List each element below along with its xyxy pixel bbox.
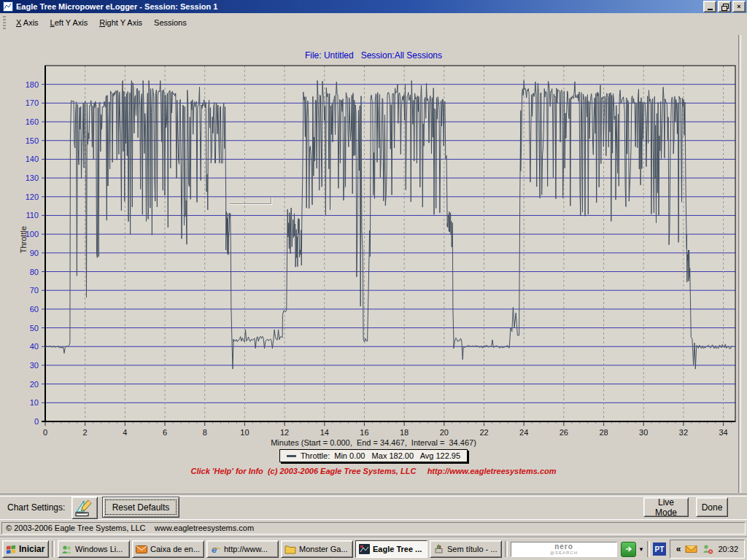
menu-bar: X AxisLeft Y AxisRight Y AxisSessions <box>0 13 747 32</box>
svg-text:20: 20 <box>440 428 449 437</box>
legend-box: Throttle: Min 0.00 Max 182.00 Avg 122.95 <box>279 449 468 462</box>
svg-text:30: 30 <box>30 361 39 370</box>
svg-text:34: 34 <box>719 428 727 437</box>
folder-icon <box>285 545 296 554</box>
taskbar-divider <box>505 541 508 557</box>
eagletree-icon <box>359 544 370 554</box>
svg-text:120: 120 <box>26 192 39 201</box>
svg-text:2: 2 <box>83 428 88 437</box>
paint-icon <box>433 544 444 554</box>
task-label: http://www... <box>224 545 268 553</box>
help-copyright-note: Click 'Help' for Info (c) 2003-2006 Eagl… <box>0 467 747 475</box>
svg-text:6: 6 <box>163 428 167 437</box>
svg-text:130: 130 <box>26 174 39 182</box>
windows-logo-icon <box>6 544 17 554</box>
nero-search-input[interactable]: nero @SEARCH <box>511 542 617 557</box>
menu-grip-handle[interactable] <box>3 16 6 29</box>
x-axis-caption: Minutes (Start = 0.000, End = 34.467, In… <box>0 438 747 447</box>
svg-text:32: 32 <box>679 428 688 437</box>
svg-text:18: 18 <box>400 428 409 437</box>
svg-text:12: 12 <box>280 428 289 437</box>
svg-text:30: 30 <box>639 428 648 437</box>
task-buttons: Windows Li...Caixa de en...ehttp://www..… <box>58 540 502 558</box>
taskbar-task-button[interactable]: Caixa de en... <box>132 540 204 558</box>
taskbar-task-button[interactable]: ehttp://www... <box>206 540 279 558</box>
new-mail-tray-icon[interactable] <box>685 545 697 553</box>
taskbar-task-button[interactable]: Windows Li... <box>58 540 130 558</box>
search-options-caret[interactable]: ▼ <box>638 546 644 553</box>
taskbar-divider <box>52 541 55 557</box>
taskbar-task-button[interactable]: Sem título - ... <box>430 540 502 558</box>
svg-text:70: 70 <box>30 286 39 295</box>
language-indicator[interactable]: PT <box>653 542 666 556</box>
menu-item-right-y-axis[interactable]: Right Y Axis <box>93 16 148 29</box>
tray-expand-chevron[interactable]: « <box>676 544 681 554</box>
task-label: Windows Li... <box>75 545 123 553</box>
minimize-icon <box>708 9 713 10</box>
taskbar-divider <box>647 541 650 557</box>
svg-text:50: 50 <box>30 324 39 332</box>
panel-edge-groove <box>738 35 741 493</box>
window-title: Eagle Tree Micropower eLogger - Session:… <box>16 2 702 11</box>
menu-item-left-y-axis[interactable]: Left Y Axis <box>44 16 94 29</box>
ie-icon: e <box>210 544 221 555</box>
restore-button[interactable] <box>718 1 731 12</box>
y-axis-label: Throttle <box>19 226 28 253</box>
legend-series-label: Throttle: <box>301 451 330 460</box>
done-button[interactable]: Done <box>696 497 728 517</box>
task-label: Monster Ga... <box>299 545 348 553</box>
status-bar: © 2003-2006 Eagle Tree Systems, LLC www.… <box>0 519 747 537</box>
task-label: Sem título - ... <box>447 545 497 553</box>
taskbar-task-button[interactable]: Eagle Tree ... <box>355 540 427 558</box>
status-text: © 2003-2006 Eagle Tree Systems, LLC www.… <box>1 522 746 534</box>
svg-text:e: e <box>212 544 217 555</box>
inbox-icon <box>136 545 147 553</box>
svg-text:140: 140 <box>26 155 39 163</box>
taskbar-task-button[interactable]: Monster Ga... <box>281 540 353 558</box>
title-bar: Eagle Tree Micropower eLogger - Session:… <box>0 0 747 13</box>
chart-settings-icon <box>74 499 95 518</box>
throttle-chart-plot[interactable]: 0102030405060708090100110120130140150160… <box>0 42 747 445</box>
messenger-offline-tray-icon[interactable] <box>702 544 713 554</box>
svg-text:80: 80 <box>30 268 39 276</box>
restore-icon <box>721 4 728 10</box>
svg-text:10: 10 <box>30 398 39 407</box>
menu-item-x-axis[interactable]: X Axis <box>10 16 44 29</box>
chart-settings-button[interactable] <box>71 497 98 519</box>
svg-text:0: 0 <box>34 417 39 426</box>
svg-text:0: 0 <box>43 428 47 437</box>
svg-text:8: 8 <box>203 428 207 437</box>
close-button[interactable]: × <box>732 1 746 12</box>
windows-taskbar: Iniciar Windows Li...Caixa de en...ehttp… <box>0 537 747 560</box>
svg-text:14: 14 <box>320 428 329 437</box>
app-icon <box>3 1 13 12</box>
close-icon: × <box>737 4 740 10</box>
svg-text:26: 26 <box>560 428 568 437</box>
start-label: Iniciar <box>19 544 44 554</box>
menu-item-sessions[interactable]: Sessions <box>148 16 193 29</box>
system-tray: « 20:32 <box>670 540 745 559</box>
legend-stats: Min 0.00 Max 182.00 Avg 122.95 <box>334 451 460 460</box>
svg-text:160: 160 <box>26 117 39 126</box>
chart-settings-label: Chart Settings: <box>7 502 65 513</box>
reset-defaults-button[interactable]: Reset Defaults <box>102 497 179 518</box>
chart-legend: Throttle: Min 0.00 Max 182.00 Avg 122.95 <box>0 449 747 462</box>
svg-text:170: 170 <box>26 98 39 107</box>
search-go-button[interactable] <box>621 542 636 557</box>
svg-text:40: 40 <box>30 342 39 351</box>
svg-text:24: 24 <box>519 428 528 437</box>
svg-text:60: 60 <box>30 305 39 314</box>
svg-text:110: 110 <box>26 211 39 219</box>
svg-text:150: 150 <box>26 136 39 145</box>
svg-text:180: 180 <box>26 80 39 89</box>
minimize-button[interactable] <box>703 1 716 12</box>
task-label: Eagle Tree ... <box>373 545 422 553</box>
series-line-swatch <box>287 455 296 457</box>
svg-text:90: 90 <box>30 249 39 257</box>
start-button[interactable]: Iniciar <box>2 540 49 558</box>
nero-search-watermark: @SEARCH <box>550 551 578 555</box>
svg-text:22: 22 <box>479 428 488 437</box>
svg-text:16: 16 <box>360 428 368 437</box>
task-label: Caixa de en... <box>150 545 200 553</box>
live-mode-button[interactable]: Live Mode <box>643 497 689 517</box>
